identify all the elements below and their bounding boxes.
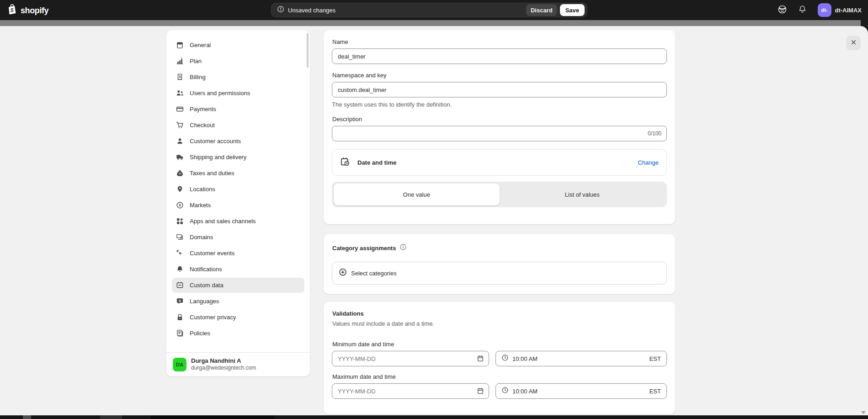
markets-icon: $ xyxy=(176,201,184,209)
svg-text:$: $ xyxy=(179,203,181,207)
sidebar-item-markets[interactable]: $ Markets xyxy=(172,198,304,213)
change-type-link[interactable]: Change xyxy=(638,159,659,166)
info-icon[interactable] xyxy=(399,243,407,252)
max-datetime-label: Maximum date and time xyxy=(332,373,666,380)
description-char-counter: 0/100 xyxy=(648,130,661,137)
users-icon xyxy=(176,89,184,97)
taxes-icon: % xyxy=(176,169,184,177)
user-profile[interactable]: DA Durga Nandhini A durga@wedesigntech.c… xyxy=(166,352,310,376)
namespace-help-text: The system uses this to identify the def… xyxy=(332,101,667,108)
name-label: Name xyxy=(332,38,666,45)
sidebar-item-customer-accounts[interactable]: Customer accounts xyxy=(172,134,304,149)
sidebar-item-shipping-and-delivery[interactable]: Shipping and delivery xyxy=(172,150,304,165)
truck-icon xyxy=(176,153,184,161)
svg-text:$: $ xyxy=(179,75,181,79)
pin-icon xyxy=(176,185,184,193)
min-datetime-label: Minimum date and time xyxy=(332,341,666,348)
billing-icon: $ xyxy=(176,73,184,81)
min-timezone: EST xyxy=(650,355,661,362)
sidebar-item-taxes-and-duties[interactable]: % Taxes and duties xyxy=(172,166,304,181)
name-field-group: Name xyxy=(332,38,667,64)
name-input[interactable] xyxy=(332,48,667,64)
select-categories-label: Select categories xyxy=(351,270,397,277)
sidebar-item-users-and-permissions[interactable]: Users and permissions xyxy=(172,86,304,101)
close-icon xyxy=(850,38,857,48)
namespace-input[interactable] xyxy=(332,82,667,97)
shopify-wordmark: shopify xyxy=(21,6,48,16)
validations-card: Validations Values must include a date a… xyxy=(324,302,675,414)
sidebar-item-custom-data[interactable]: Custom data xyxy=(172,278,304,293)
validations-subtitle: Values must include a date and a time. xyxy=(332,320,666,327)
plus-circle-icon xyxy=(339,268,347,278)
category-assignments-title: Category assignments xyxy=(332,245,396,252)
min-time-input[interactable]: 10:00 AM EST xyxy=(495,351,667,366)
clock-icon xyxy=(501,387,509,396)
payments-icon xyxy=(176,105,184,113)
namespace-field-group: Namespace and key The system uses this t… xyxy=(332,72,667,108)
description-label: Description xyxy=(332,116,666,123)
sidebar-item-apps-and-sales-channels[interactable]: Apps and sales channels xyxy=(172,214,304,229)
alert-circle-icon xyxy=(277,5,284,15)
sidebar-item-languages[interactable]: A Languages xyxy=(172,294,304,309)
customdata-icon xyxy=(176,281,184,289)
store-name: dt-AIMAX xyxy=(835,7,862,14)
settings-sidebar: General Plan $ Billing Users and permiss… xyxy=(166,30,310,376)
svg-text:S: S xyxy=(11,8,14,13)
policies-icon xyxy=(176,329,184,337)
definition-card: Name Namespace and key The system uses t… xyxy=(324,30,675,224)
unsaved-changes-message: Unsaved changes xyxy=(288,7,335,14)
sidebar-item-domains[interactable]: Domains xyxy=(172,230,304,245)
sidebar-scrollbar[interactable] xyxy=(307,33,309,68)
events-icon xyxy=(176,249,184,257)
person-icon xyxy=(176,137,184,145)
sidebar-item-payments[interactable]: Payments xyxy=(172,102,304,117)
bottom-caret-icon xyxy=(861,411,866,414)
sidebar-item-customer-privacy[interactable]: Customer privacy xyxy=(172,310,304,325)
notifications-bell-icon[interactable] xyxy=(798,5,807,16)
user-name: Durga Nandhini A xyxy=(191,357,256,365)
save-button[interactable]: Save xyxy=(560,4,585,16)
sidebar-item-plan[interactable]: Plan xyxy=(172,54,304,69)
sidebar-item-checkout[interactable]: Checkout xyxy=(172,118,304,133)
store-avatar: dt- xyxy=(818,3,831,17)
category-assignments-card: Category assignments Select categories xyxy=(324,234,675,294)
sidebar-item-billing[interactable]: $ Billing xyxy=(172,70,304,85)
namespace-label: Namespace and key xyxy=(332,72,666,79)
topbar-right: dt- dt-AIMAX xyxy=(777,0,862,20)
bell-icon xyxy=(176,265,184,273)
segment-list-of-values[interactable]: List of values xyxy=(500,183,666,205)
max-time-value: 10:00 AM xyxy=(512,388,538,395)
store-icon xyxy=(176,41,184,49)
discard-button[interactable]: Discard xyxy=(526,4,557,16)
sidebar-item-customer-events[interactable]: Customer events xyxy=(172,246,304,261)
checkout-icon xyxy=(176,121,184,129)
calendar-clock-icon xyxy=(340,157,350,168)
sidekick-icon[interactable] xyxy=(777,5,787,16)
max-date-input[interactable] xyxy=(332,383,489,399)
cardinality-segmented-control: One value List of values xyxy=(332,182,667,207)
shopify-logo[interactable]: S shopify xyxy=(6,4,48,18)
max-timezone: EST xyxy=(650,388,661,395)
segment-one-value[interactable]: One value xyxy=(334,183,500,205)
sidebar-item-notifications[interactable]: Notifications xyxy=(172,262,304,277)
svg-text:A: A xyxy=(179,299,181,302)
topbar: S shopify Unsaved changes Discard Save d… xyxy=(0,0,868,20)
sidebar-item-policies[interactable]: Policies xyxy=(172,326,304,341)
plan-icon xyxy=(176,57,184,65)
max-time-input[interactable]: 10:00 AM EST xyxy=(495,383,667,399)
description-field-group: Description 0/100 xyxy=(332,116,667,141)
close-settings-button[interactable] xyxy=(846,36,861,50)
max-datetime-row: 10:00 AM EST xyxy=(332,383,667,399)
content-type-row: Date and time Change xyxy=(332,149,667,176)
sidebar-item-general[interactable]: General xyxy=(172,38,304,53)
validations-title: Validations xyxy=(332,310,666,317)
user-avatar: DA xyxy=(173,358,186,371)
min-date-input[interactable] xyxy=(332,351,489,366)
taskbar-strip xyxy=(0,415,868,419)
sidebar-item-locations[interactable]: Locations xyxy=(172,182,304,197)
select-categories-button[interactable]: Select categories xyxy=(332,262,667,285)
lock-icon xyxy=(176,313,184,321)
description-input[interactable] xyxy=(332,126,667,141)
shopify-settings-page: S shopify Unsaved changes Discard Save d… xyxy=(0,0,868,419)
store-menu[interactable]: dt- dt-AIMAX xyxy=(818,3,862,17)
